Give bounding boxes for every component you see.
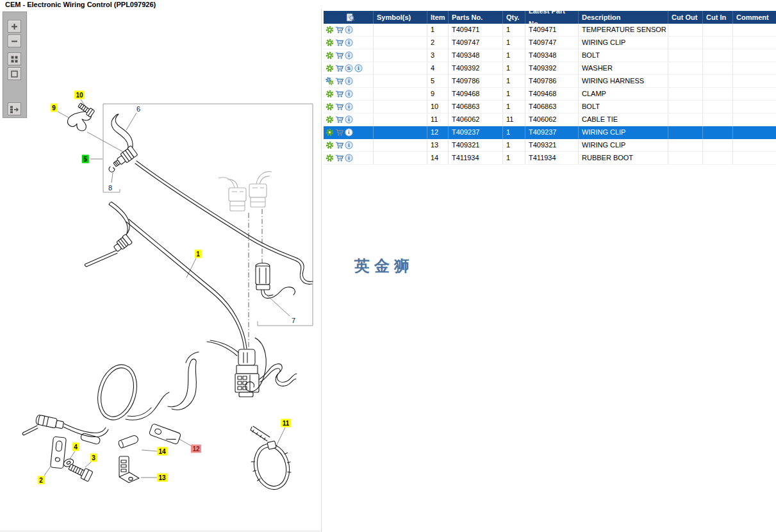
gear-icon[interactable]	[326, 51, 334, 60]
diagram-panel: 1234567891011121314	[0, 9, 320, 531]
table-row-item-5[interactable]: 5T4097861T409786WIRING HARNESS	[324, 75, 776, 88]
cut-in-cell	[703, 49, 733, 62]
comment-cell	[733, 49, 776, 62]
callout-13[interactable]: 13	[157, 474, 167, 482]
column-header-icons[interactable]	[324, 11, 374, 24]
table-row-item-13[interactable]: 13T4093211T409321WIRING CLIP	[324, 139, 776, 152]
callout-11[interactable]: 11	[281, 419, 291, 428]
s-icon[interactable]	[345, 64, 353, 72]
cut-in-cell	[703, 139, 733, 152]
info-icon[interactable]	[345, 154, 353, 162]
item-cell: 12	[427, 126, 449, 139]
gear-icon[interactable]	[326, 90, 334, 98]
cart-icon[interactable]	[335, 115, 343, 124]
callout-4[interactable]: 4	[72, 443, 79, 451]
column-header-cut_out[interactable]: Cut Out	[668, 11, 703, 24]
info-icon[interactable]	[345, 51, 353, 60]
table-row-item-2[interactable]: 2T4097471T409747WIRING CLIP	[324, 37, 776, 49]
info-icon[interactable]	[345, 26, 353, 34]
column-header-latest_part_no[interactable]: Latest Part No.	[525, 11, 579, 24]
info-icon[interactable]	[345, 128, 353, 137]
callout-10[interactable]: 10	[74, 91, 85, 99]
gear-icon[interactable]	[326, 38, 334, 47]
comment-cell	[733, 126, 776, 139]
column-header-symbols[interactable]: Symbol(s)	[374, 11, 427, 24]
symbols-cell	[374, 139, 427, 152]
zoom-out-button[interactable]	[8, 35, 21, 47]
cart-icon[interactable]	[335, 154, 343, 162]
cart-icon[interactable]	[335, 90, 343, 98]
cart-icon[interactable]	[335, 38, 343, 47]
symbols-cell	[374, 88, 427, 101]
gear-icon[interactable]	[326, 141, 334, 149]
column-header-comment[interactable]: Comment	[733, 11, 776, 24]
table-row-item-14[interactable]: 14T4119341T411934RUBBER BOOT	[324, 152, 776, 165]
tile-view-button[interactable]	[8, 53, 21, 65]
info-icon[interactable]	[345, 103, 353, 111]
column-header-parts_no[interactable]: Parts No.	[449, 11, 503, 24]
row-action-icons	[324, 75, 374, 88]
qty-cell: 1	[503, 152, 525, 165]
callout-1[interactable]: 1	[195, 250, 202, 258]
zoom-in-button[interactable]	[8, 20, 21, 33]
row-action-icons	[324, 113, 374, 126]
column-header-description[interactable]: Description	[579, 11, 668, 24]
table-row-item-10[interactable]: 10T4068631T406863BOLT	[324, 101, 776, 113]
table-row-item-3[interactable]: 3T4093481T409348BOLT	[324, 49, 776, 62]
cart-icon[interactable]	[335, 64, 343, 72]
cart-icon[interactable]	[335, 128, 343, 137]
row-action-icons	[324, 62, 374, 75]
gear-icon[interactable]	[326, 26, 334, 34]
gear-icon[interactable]	[326, 103, 334, 111]
fit-view-button[interactable]	[8, 67, 21, 80]
column-header-item[interactable]: Item	[427, 11, 449, 24]
table-row-item-9[interactable]: 9T4094681T409468CLAMP	[324, 88, 776, 101]
callout-2[interactable]: 2	[38, 476, 45, 485]
cut-in-cell	[703, 37, 733, 49]
cart-icon[interactable]	[335, 26, 343, 34]
cart-icon[interactable]	[335, 103, 343, 111]
info-icon[interactable]	[345, 38, 353, 47]
cart-icon[interactable]	[335, 51, 343, 60]
gear-icon[interactable]	[326, 64, 334, 72]
table-row-item-11[interactable]: 11T40606211T406062CABLE TIE	[324, 113, 776, 126]
info-icon[interactable]	[354, 64, 363, 72]
row-action-icons	[324, 152, 374, 165]
qty-cell: 1	[503, 24, 525, 37]
column-header-qty[interactable]: Qty.	[503, 11, 525, 24]
callout-5[interactable]: 5	[82, 155, 89, 163]
gear2-icon[interactable]	[326, 77, 334, 85]
cut-in-cell	[703, 62, 733, 75]
table-row-item-4[interactable]: 4T4093921T409392WASHER	[324, 62, 776, 75]
info-icon[interactable]	[345, 141, 353, 149]
qty-cell: 11	[503, 113, 525, 126]
comment-cell	[733, 101, 776, 113]
callout-7[interactable]: 7	[290, 317, 297, 325]
info-icon[interactable]	[345, 77, 353, 85]
cart-icon[interactable]	[335, 141, 343, 149]
callout-8[interactable]: 8	[106, 184, 113, 192]
gear-icon[interactable]	[326, 115, 334, 124]
cart-icon[interactable]	[335, 77, 343, 85]
column-header-cut_in[interactable]: Cut In	[703, 11, 733, 24]
minus-icon	[10, 37, 19, 46]
export-arrow-icon	[10, 104, 19, 114]
latest-part-no-cell: T409237	[525, 126, 579, 139]
export-view-button[interactable]	[8, 103, 21, 115]
table-row-item-1[interactable]: 1T4094711T409471TEMPERATURE SENSOR	[324, 24, 776, 37]
info-icon[interactable]	[345, 115, 353, 124]
table-row-item-12[interactable]: 12T4092371T409237WIRING CLIP	[324, 126, 776, 139]
callout-3[interactable]: 3	[90, 454, 97, 462]
callout-12[interactable]: 12	[191, 445, 201, 453]
parts-no-cell: T409468	[449, 88, 503, 101]
gear-icon[interactable]	[326, 128, 334, 137]
callout-6[interactable]: 6	[135, 105, 142, 113]
comment-cell	[733, 113, 776, 126]
info-icon[interactable]	[345, 90, 353, 98]
gear-icon[interactable]	[326, 154, 334, 162]
callout-14[interactable]: 14	[157, 447, 167, 456]
cut-out-cell	[668, 62, 703, 75]
tiles-icon	[10, 54, 19, 64]
latest-part-no-cell: T406062	[525, 113, 579, 126]
callout-9[interactable]: 9	[51, 104, 58, 112]
